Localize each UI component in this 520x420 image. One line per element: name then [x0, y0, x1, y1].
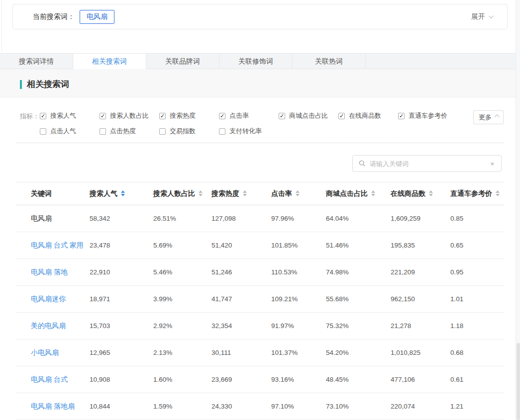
sort-arrows-icon[interactable] [243, 190, 247, 196]
cell-value: 93.16% [256, 366, 311, 393]
column-header-7[interactable]: 在线商品数 [376, 182, 435, 205]
metric-checkbox-item[interactable]: 支付转化率 [219, 127, 279, 136]
metric-checkbox-item[interactable]: ✓搜索人气 [40, 111, 100, 120]
checkbox-checked-icon[interactable]: ✓ [100, 113, 106, 119]
checkbox-unchecked-icon[interactable] [219, 128, 225, 135]
cell-value: 2.13% [138, 339, 197, 366]
chevron-down-icon [489, 13, 494, 18]
checkbox-unchecked-icon[interactable] [159, 128, 166, 135]
column-label: 在线商品数 [391, 189, 425, 197]
checkbox-checked-icon[interactable]: ✓ [398, 113, 405, 119]
current-term-label: 当前搜索词： [33, 12, 75, 21]
metric-label: 搜索人气 [50, 111, 76, 120]
checkbox-checked-icon[interactable]: ✓ [159, 113, 166, 119]
table-row: 美的电风扇15,7032.92%32,35491.97%75.32%21,278… [16, 313, 504, 339]
tab-1[interactable]: 搜索词详情 [0, 54, 73, 69]
cell-value: 1.60% [138, 366, 197, 393]
keyword-link[interactable]: 电风扇 台式 家用 [16, 232, 75, 259]
metric-label: 直通车参考价 [409, 111, 447, 120]
checkbox-checked-icon[interactable]: ✓ [279, 113, 285, 119]
tab-3[interactable]: 关联品牌词 [146, 54, 219, 69]
metric-checkbox-item[interactable]: ✓点击率 [219, 111, 279, 120]
cell-value: 48.45% [311, 366, 376, 393]
table-body: 电风扇58,34226.51%127,09897.96%64.04%1,609,… [16, 205, 504, 420]
column-header-3[interactable]: 搜索人数占比 [138, 182, 197, 205]
keyword-link[interactable]: 电风扇迷你 [16, 286, 75, 313]
clear-input-icon[interactable]: × [489, 160, 495, 168]
cell-value: 64.04% [311, 205, 376, 232]
column-header-6[interactable]: 商城点击占比 [311, 182, 376, 205]
column-header-5[interactable]: 点击率 [256, 182, 311, 205]
sort-arrows-icon[interactable] [199, 190, 203, 196]
checkbox-unchecked-icon[interactable] [100, 128, 106, 135]
checkbox-checked-icon[interactable]: ✓ [338, 113, 345, 119]
tab-4[interactable]: 关联修饰词 [219, 54, 293, 69]
current-term-tag[interactable]: 电风扇 [80, 10, 114, 24]
keyword-link[interactable]: 电风扇 落地 [16, 259, 75, 286]
keyword-link[interactable]: 小电风扇 [16, 339, 75, 366]
sort-arrows-icon[interactable] [429, 190, 433, 196]
metric-label: 在线商品数 [349, 111, 381, 120]
cell-value: 2.92% [138, 313, 197, 339]
cell-value: 195,835 [376, 232, 435, 259]
metric-checkbox-item[interactable]: ✓商城点击占比 [279, 111, 338, 120]
column-header-2[interactable]: 搜索人气 [75, 182, 138, 205]
metric-checkbox-item[interactable]: ✓搜索人数占比 [100, 111, 159, 120]
sort-arrows-icon[interactable] [371, 190, 375, 196]
keyword-link[interactable]: 电风扇 台式 [16, 366, 75, 393]
dotted-divider [16, 143, 504, 143]
metric-checkbox-item[interactable]: ✓在线商品数 [338, 111, 398, 120]
tab-2[interactable]: 相关搜索词 [73, 54, 146, 69]
cell-value: 127,098 [197, 205, 256, 232]
cell-value: 75.32% [311, 313, 376, 339]
metric-checkbox-item[interactable]: 点击人气 [40, 127, 100, 136]
tab-5[interactable]: 关联热词 [293, 54, 366, 69]
section-header: 相关搜索词 [0, 69, 520, 97]
metric-row-1: ✓搜索人气✓搜索人数占比✓搜索热度✓点击率✓商城点击占比✓在线商品数✓直通车参考… [40, 111, 458, 120]
scrollbar-thumb[interactable] [517, 343, 520, 420]
column-header-8[interactable]: 直通车参考价 [435, 182, 504, 205]
sort-arrows-icon[interactable] [496, 190, 500, 196]
checkbox-checked-icon[interactable]: ✓ [40, 113, 46, 119]
table-row: 电风扇 台式 家用23,4785.69%51,420101.85%51.46%1… [16, 232, 504, 259]
cell-value: 74.98% [311, 259, 376, 286]
cell-value: 477,106 [376, 366, 435, 393]
vertical-scrollbar[interactable] [516, 0, 520, 420]
keyword-search-box: × [352, 155, 502, 172]
table-row: 电风扇迷你18,9713.99%41,747109.21%55.68%962,1… [16, 286, 504, 313]
column-header-4[interactable]: 搜索热度 [197, 182, 256, 205]
checkbox-checked-icon[interactable]: ✓ [219, 113, 225, 119]
table-row: 电风扇 落地22,9105.46%51,246110.53%74.98%221,… [16, 259, 504, 286]
metric-checkbox-item[interactable]: 交易指数 [159, 127, 219, 136]
checkbox-unchecked-icon[interactable] [40, 128, 46, 135]
keyword-search-input[interactable] [370, 160, 489, 168]
column-label: 搜索人数占比 [153, 189, 195, 197]
metric-label: 搜索热度 [170, 111, 196, 120]
cell-value: 15,703 [75, 313, 138, 339]
metric-checkbox-item[interactable]: ✓直通车参考价 [398, 111, 458, 120]
more-label: 更多 [479, 113, 492, 122]
search-icon [359, 160, 366, 167]
cell-value: 30,111 [197, 339, 256, 366]
metric-label: 点击率 [229, 111, 249, 120]
keyword-link[interactable]: 电风扇 落地扇 [16, 393, 75, 420]
sort-arrows-icon[interactable] [121, 190, 125, 196]
metric-label: 搜索人数占比 [110, 111, 149, 120]
cell-value: 21,278 [376, 313, 435, 339]
cell-value: 51.46% [311, 232, 376, 259]
metric-checkbox-item[interactable]: 点击热度 [100, 127, 159, 136]
sort-arrows-icon[interactable] [296, 190, 300, 196]
metrics-label: 指标： [20, 111, 35, 136]
cell-value: 97.96% [256, 205, 311, 232]
keyword-link[interactable]: 美的电风扇 [16, 313, 75, 339]
metric-checkbox-item[interactable]: ✓搜索热度 [159, 111, 219, 120]
more-metrics-button[interactable]: 更多 [473, 110, 504, 124]
expand-toggle[interactable]: 展开 [471, 12, 492, 21]
metric-label: 商城点击占比 [289, 111, 328, 120]
cell-value: 18,971 [75, 286, 138, 313]
table-row: 电风扇 台式10,9081.60%23,66993.16%48.45%477,1… [16, 366, 504, 393]
expand-label: 展开 [471, 12, 485, 21]
tab-bar: 搜索词详情相关搜索词关联品牌词关联修饰词关联热词 [0, 53, 520, 69]
cell-value: 3.99% [138, 286, 197, 313]
cell-value: 26.51% [138, 205, 197, 232]
